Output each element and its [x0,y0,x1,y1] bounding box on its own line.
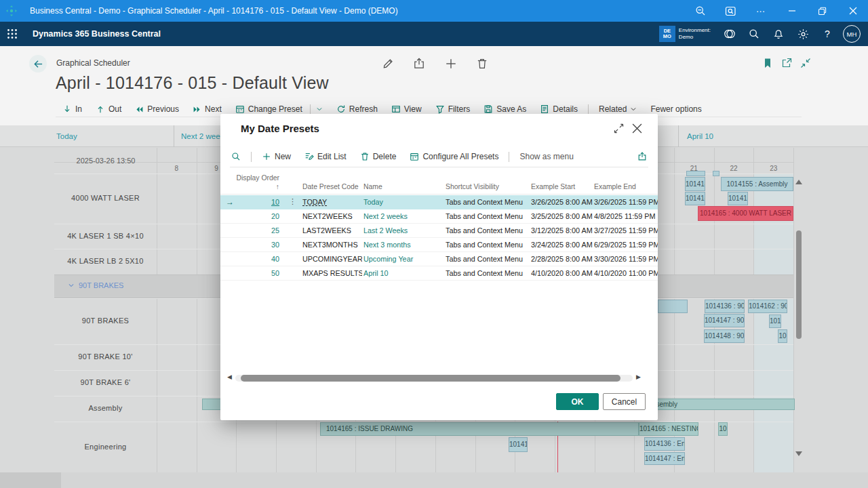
row-menu-dots-icon[interactable]: ⋮ [289,197,296,206]
product-name[interactable]: Dynamics 365 Business Central [33,29,161,39]
cell-name[interactable]: Upcoming Year [363,255,443,263]
cell-example-end[interactable]: 3/27/2025 11:59 PM [594,226,658,235]
edit-pencil-icon[interactable] [382,58,394,70]
column-header-date-preset-code[interactable]: Date Preset Code [302,183,359,190]
cell-display-order[interactable]: 20 [226,212,279,220]
gantt-bar[interactable] [686,171,705,176]
cell-date-preset-code[interactable]: UPCOMINGYEAR [302,255,362,263]
cancel-button[interactable]: Cancel [603,393,646,410]
cell-example-end[interactable]: 4/10/2020 11:00 PM [594,269,658,277]
cell-shortcut-visibility[interactable]: Tabs and Context Menu [446,198,529,206]
dialog-horizontal-scrollbar[interactable]: ◀ ▶ [220,373,658,384]
cell-display-order[interactable]: 10 [226,198,279,206]
search-icon[interactable] [742,22,766,46]
settings-gear-icon[interactable] [791,22,815,46]
preset-tab-today[interactable]: Today [56,132,77,140]
table-row-last2weeks[interactable]: 25LAST2WEEKSLast 2 WeeksTabs and Context… [220,224,658,238]
cell-display-order[interactable]: 30 [226,241,279,249]
window-more-icon[interactable]: … [746,0,776,22]
cell-date-preset-code[interactable]: LAST2WEEKS [302,226,362,235]
cell-example-end[interactable]: 3/26/2025 11:59 PM [594,198,658,206]
environment-badge[interactable]: DEMO [659,26,675,42]
column-header-example-start[interactable]: Example Start [531,183,575,190]
toolbar-button-previous[interactable]: Previous [128,102,186,117]
cell-name[interactable]: Last 2 Weeks [363,226,443,235]
gantt-bar-1014165-4000-watt-laser[interactable]: 1014165 : 4000 WATT LASER [698,206,793,221]
app-launcher-icon[interactable] [0,22,24,46]
gantt-bar-1014147-90[interactable]: 1014147 : 90 [704,314,745,327]
gantt-bar-1014165-issue-drawing[interactable]: 1014165 : ISSUE DRAWING [320,422,639,436]
cell-name[interactable]: Next 3 months [363,241,443,249]
gantt-bar-1014162-90[interactable]: 1014162 : 90 [748,300,787,313]
back-button[interactable] [29,55,47,73]
gantt-bar-101414[interactable]: 101414 [685,177,705,191]
dialog-new-button[interactable]: New [255,149,298,164]
dialog-configure-button[interactable]: Configure All Presets [403,149,505,164]
account-avatar[interactable]: MH [840,22,864,46]
cell-name[interactable]: Next 2 weeks [363,212,443,220]
minimize-icon[interactable] [776,0,807,22]
table-row-upcomingyear[interactable]: 40UPCOMINGYEARUpcoming YearTabs and Cont… [220,252,658,266]
collapse-icon[interactable] [800,58,812,70]
gantt-bar-101[interactable]: 101 [769,314,781,328]
dialog-share-button[interactable] [631,149,658,164]
toolbar-button-out[interactable]: Out [89,102,128,117]
cell-display-order[interactable]: 25 [226,226,279,235]
gantt-bar-1014136-en[interactable]: 1014136 : En [644,437,685,451]
close-dialog-icon[interactable] [632,123,643,134]
dialog-edit-button[interactable]: Edit List [298,149,353,164]
chevron-down-icon[interactable] [68,282,75,289]
gantt-bar[interactable] [713,171,719,176]
cell-date-preset-code[interactable]: NEXT3MONTHS [302,241,362,249]
scroll-left-icon[interactable]: ◀ [227,373,232,380]
scroll-up-icon[interactable] [794,178,804,186]
zoom-out-icon[interactable] [685,0,715,22]
column-header-name[interactable]: Name [363,183,382,190]
gantt-bar-101414[interactable]: 101414 [685,192,705,205]
cell-shortcut-visibility[interactable]: Tabs and Context Menu [446,226,529,235]
gantt-bar-101416[interactable]: 101416 [728,192,748,205]
cell-shortcut-visibility[interactable]: Tabs and Context Menu [446,212,529,220]
delete-trash-icon[interactable] [476,58,488,70]
open-in-window-icon[interactable] [781,58,793,70]
gantt-bar-1014136-90[interactable]: 1014136 : 90 [705,300,745,313]
dialog-delete-button[interactable]: Delete [353,149,403,164]
cell-date-preset-code[interactable]: MXAPS RESULTS [302,269,362,277]
cell-example-end[interactable]: 3/30/2026 11:59 PM [594,255,658,263]
bookmark-icon[interactable] [762,58,774,70]
cell-date-preset-code[interactable]: NEXT2WEEKS [302,212,362,220]
cell-example-start[interactable]: 3/12/2025 8:00 AM [531,226,593,235]
gantt-bar-10[interactable]: 10 [778,329,787,343]
scrollbar-thumb[interactable] [241,375,620,382]
table-row-today[interactable]: →⋮10TODAYTodayTabs and Context Menu3/26/… [220,195,658,209]
window-search-icon[interactable] [715,0,746,22]
gantt-bar-1014155-assembly[interactable]: 1014155 : Assembly [721,177,793,191]
column-header-display-order[interactable]: Display Order [226,174,279,182]
dialog-search-button[interactable] [220,149,248,164]
show-as-menu-button[interactable]: Show as menu [513,149,580,164]
cell-example-start[interactable]: 4/10/2020 8:00 AM [531,269,593,277]
gantt-bar[interactable] [658,300,688,313]
help-icon[interactable]: ? [815,22,840,46]
scroll-down-icon[interactable] [794,449,804,458]
cell-display-order[interactable]: 40 [226,255,279,263]
table-row-next3months[interactable]: 30NEXT3MONTHSNext 3 monthsTabs and Conte… [220,238,658,252]
toolbar-button-in[interactable]: In [56,102,89,117]
cell-example-end[interactable]: 4/8/2025 11:59 PM [594,212,658,220]
preset-tab-april-10[interactable]: April 10 [687,132,713,140]
column-header-example-end[interactable]: Example End [594,183,636,190]
notifications-bell-icon[interactable] [766,22,791,46]
column-header-shortcut-visibility[interactable]: Shortcut Visibility [446,183,499,190]
cell-display-order[interactable]: 50 [226,269,279,277]
restore-icon[interactable] [807,0,837,22]
gantt-bar-1014165-nesting[interactable]: 1014165 : NESTING [639,422,698,436]
cell-name[interactable]: April 10 [363,269,443,277]
gantt-bottom-scrollbar[interactable] [0,472,868,488]
gantt-vscroll-thumb[interactable] [796,230,802,339]
close-icon[interactable] [837,0,868,22]
cell-shortcut-visibility[interactable]: Tabs and Context Menu [446,269,529,277]
cell-name[interactable]: Today [363,198,443,206]
cell-example-end[interactable]: 6/29/2025 11:59 PM [594,241,658,249]
cell-date-preset-code[interactable]: TODAY [302,198,362,206]
table-row-next2weeks[interactable]: 20NEXT2WEEKSNext 2 weeksTabs and Context… [220,209,658,224]
